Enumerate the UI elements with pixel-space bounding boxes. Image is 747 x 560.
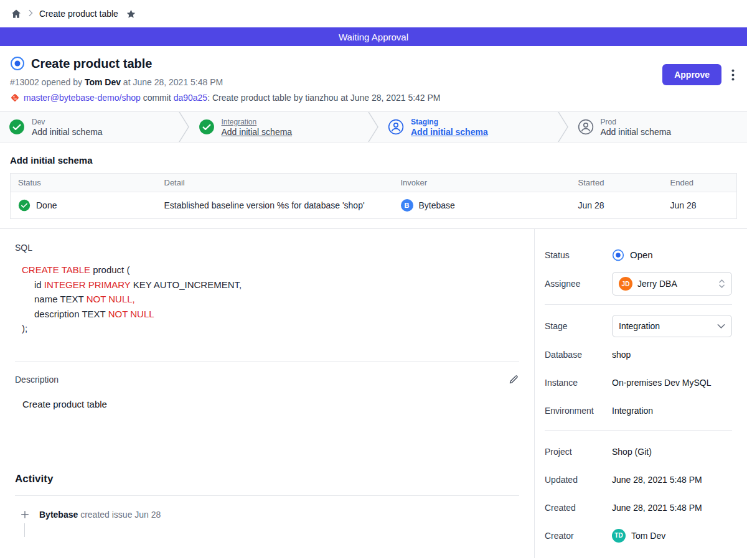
select-chevrons-icon	[718, 278, 725, 289]
task-started: Jun 28	[571, 192, 663, 219]
stage-env-link[interactable]: Integration	[222, 118, 293, 126]
timeline-line	[24, 523, 25, 537]
pipeline-stage-dev[interactable]: DevAdd initial schema	[0, 112, 179, 142]
approve-button[interactable]: Approve	[662, 64, 721, 85]
stage-value: Integration	[619, 321, 660, 331]
stage-task-link[interactable]: Add initial schema	[411, 127, 488, 137]
open-status-icon	[612, 249, 624, 261]
commit-hash-link[interactable]: da90a25	[174, 93, 208, 103]
creator-value: Tom Dev	[631, 531, 665, 541]
commit-line: master@bytebase-demo/shop commit da90a25…	[10, 93, 737, 103]
instance-row: Instance On-premises Dev MySQL	[545, 371, 732, 393]
task-status: Done	[36, 200, 57, 210]
environment-value: Integration	[612, 406, 653, 416]
project-row: Project Shop (Git)	[545, 441, 732, 462]
database-label: Database	[545, 350, 612, 360]
pipeline-stage-integration[interactable]: IntegrationAdd initial schema	[190, 112, 369, 142]
divider	[15, 495, 519, 496]
star-icon[interactable]	[126, 9, 136, 19]
check-circle-icon	[199, 119, 215, 135]
assignee-select[interactable]: JD Jerry DBA	[612, 272, 732, 296]
invoker-name: Bytebase	[419, 200, 455, 210]
stage-separator	[558, 112, 569, 142]
invoker-avatar: B	[401, 199, 413, 212]
check-circle-icon	[9, 119, 25, 135]
created-value: June 28, 2021 5:48 PM	[612, 503, 702, 513]
approval-banner: Waiting Approval	[0, 27, 747, 46]
assignee-label: Assignee	[545, 279, 612, 289]
pipeline-stage-prod[interactable]: ProdAdd initial schema	[569, 112, 747, 142]
approval-banner-text: Waiting Approval	[339, 32, 408, 42]
divider	[545, 304, 732, 305]
creator-avatar: TD	[612, 529, 626, 543]
pipeline-stage-staging[interactable]: StagingAdd initial schema	[379, 112, 558, 142]
page: Create product table Waiting Approval Cr…	[0, 0, 747, 560]
stage-separator	[368, 112, 379, 142]
stage-task-link[interactable]: Add initial schema	[222, 127, 293, 137]
database-value: shop	[612, 350, 631, 360]
sql-label: SQL	[15, 243, 519, 253]
main-panel: SQL CREATE TABLE product ( id INTEGER PR…	[0, 229, 534, 558]
issue-meta: #13002 opened by Tom Dev at June 28, 202…	[10, 77, 737, 87]
description-label: Description	[15, 375, 59, 385]
pipeline: DevAdd initial schema IntegrationAdd ini…	[0, 111, 747, 142]
person-circle-icon	[578, 119, 594, 135]
kebab-menu-icon[interactable]	[731, 69, 735, 81]
instance-label: Instance	[545, 378, 612, 388]
commit-text: master@bytebase-demo/shop commit da90a25…	[24, 93, 441, 103]
description-text: Create product table	[15, 399, 519, 409]
stage-env-label: Dev	[32, 118, 103, 126]
divider	[15, 361, 519, 362]
stage-env-label: Prod	[601, 118, 672, 126]
stage-row: Stage Integration	[545, 315, 732, 337]
person-circle-icon	[388, 119, 404, 135]
created-row: Created June 28, 2021 5:48 PM	[545, 497, 732, 518]
environment-label: Environment	[545, 406, 612, 416]
table-row[interactable]: Done Established baseline version %s for…	[11, 192, 737, 219]
project-label: Project	[545, 447, 612, 457]
column-header-detail: Detail	[157, 174, 393, 192]
stage-select[interactable]: Integration	[612, 315, 732, 337]
column-header-invoker: Invoker	[393, 174, 571, 192]
status-row: Status Open	[545, 244, 732, 266]
branch-link[interactable]: master@bytebase-demo/shop	[24, 93, 141, 103]
assignee-avatar: JD	[619, 277, 632, 291]
activity-author: Bytebase	[39, 510, 78, 520]
divider	[545, 430, 732, 431]
column-header-started: Started	[571, 174, 663, 192]
breadcrumb-current[interactable]: Create product table	[39, 9, 118, 19]
issue-open-icon	[10, 56, 25, 71]
edit-pencil-icon[interactable]	[508, 374, 519, 385]
stage-env-label[interactable]: Staging	[411, 118, 488, 126]
updated-value: June 28, 2021 5:48 PM	[612, 475, 702, 485]
sidebar: Status Open Assignee JD Jerry DBA Stage …	[534, 229, 747, 558]
stage-label: Stage	[545, 321, 612, 331]
chevron-down-icon	[717, 324, 725, 329]
plus-icon[interactable]	[20, 510, 30, 520]
assignee-row: Assignee JD Jerry DBA	[545, 272, 732, 296]
updated-row: Updated June 28, 2021 5:48 PM	[545, 469, 732, 490]
sql-code: CREATE TABLE product ( id INTEGER PRIMAR…	[15, 263, 519, 336]
stage-task-label: Add initial schema	[601, 127, 672, 137]
project-value: Shop (Git)	[612, 447, 652, 457]
activity-title: Activity	[15, 473, 519, 485]
column-header-ended: Ended	[663, 174, 737, 192]
activity-item: Bytebase created issue Jun 28	[15, 510, 519, 520]
instance-value: On-premises Dev MySQL	[612, 378, 711, 388]
task-table: Status Detail Invoker Started Ended Done…	[10, 173, 737, 219]
task-ended: Jun 28	[663, 192, 737, 219]
assignee-value: Jerry DBA	[637, 279, 677, 289]
breadcrumb-chevron-icon	[27, 8, 34, 19]
issue-author: Tom Dev	[85, 77, 121, 87]
check-circle-icon	[18, 199, 31, 212]
page-title: Create product table	[31, 57, 152, 71]
updated-label: Updated	[545, 475, 612, 485]
home-icon[interactable]	[11, 8, 22, 19]
issue-header: Create product table #13002 opened by To…	[0, 46, 747, 111]
activity-text: Bytebase created issue Jun 28	[39, 510, 161, 520]
created-label: Created	[545, 503, 612, 513]
environment-row: Environment Integration	[545, 399, 732, 421]
creator-label: Creator	[545, 531, 612, 541]
task-section-title: Add initial schema	[10, 155, 737, 166]
task-detail: Established baseline version %s for data…	[157, 192, 393, 219]
